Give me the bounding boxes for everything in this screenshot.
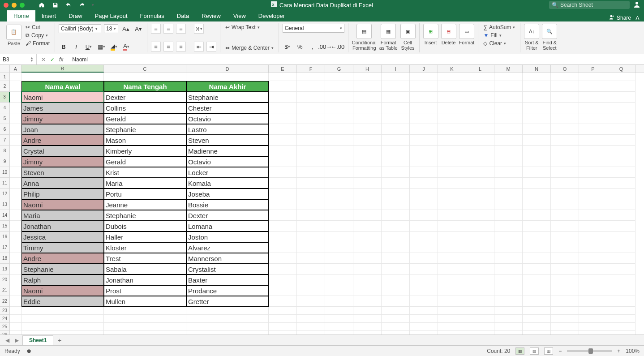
cell-B11[interactable]: Anna	[21, 178, 104, 189]
cell-E18[interactable]	[269, 253, 297, 264]
column-header-F[interactable]: F	[297, 65, 325, 73]
cell-K9[interactable]	[438, 156, 466, 167]
cell-A7[interactable]	[10, 135, 21, 146]
cell-G2[interactable]	[325, 81, 353, 92]
cell-B4[interactable]: James	[21, 103, 104, 113]
cell-I13[interactable]	[382, 199, 410, 210]
cell-N24[interactable]	[523, 315, 551, 323]
copy-button[interactable]: ⧉Copy▾	[24, 32, 51, 39]
cell-H23[interactable]	[353, 307, 382, 315]
cell-N16[interactable]	[523, 232, 551, 242]
cell-C12[interactable]: Portu	[104, 189, 186, 199]
cell-G18[interactable]	[325, 253, 353, 264]
cell-D4[interactable]: Chester	[186, 103, 269, 113]
cell-P9[interactable]	[579, 156, 607, 167]
column-header-M[interactable]: M	[494, 65, 523, 73]
row-header-10[interactable]: 10	[0, 167, 10, 178]
cell-P10[interactable]	[579, 167, 607, 178]
cell-A21[interactable]	[10, 285, 21, 296]
cell-J4[interactable]	[410, 103, 438, 113]
cell-D5[interactable]: Octavio	[186, 113, 269, 124]
row-header-22[interactable]: 22	[0, 296, 10, 307]
align-left-button[interactable]: ≡	[151, 42, 161, 51]
cell-Q13[interactable]	[607, 199, 635, 210]
cell-E21[interactable]	[269, 285, 297, 296]
cell-M11[interactable]	[494, 178, 523, 189]
cell-O25[interactable]	[551, 323, 579, 331]
cell-F17[interactable]	[297, 242, 325, 253]
cell-J3[interactable]	[410, 92, 438, 103]
cell-B15[interactable]: Jonathan	[21, 221, 104, 232]
cell-C18[interactable]: Trest	[104, 253, 186, 264]
cell-I10[interactable]	[382, 167, 410, 178]
cell-G13[interactable]	[325, 199, 353, 210]
cell-N2[interactable]	[523, 81, 551, 92]
zoom-out-button[interactable]: −	[558, 348, 562, 354]
cell-B5[interactable]: Jimmy	[21, 113, 104, 124]
increase-decimal-button[interactable]: .00→	[320, 42, 330, 51]
cell-N9[interactable]	[523, 156, 551, 167]
cell-E23[interactable]	[269, 307, 297, 315]
cell-B10[interactable]: Steven	[21, 167, 104, 178]
cell-A4[interactable]	[10, 103, 21, 113]
cell-M5[interactable]	[494, 113, 523, 124]
cell-E15[interactable]	[269, 221, 297, 232]
cell-D17[interactable]: Alvarez	[186, 242, 269, 253]
conditional-formatting-button[interactable]: ▤Conditional Formatting	[352, 24, 377, 51]
cell-C14[interactable]: Stephanie	[104, 210, 186, 221]
cell-G21[interactable]	[325, 285, 353, 296]
name-box[interactable]: B3 ▲▼	[0, 54, 37, 64]
cell-A16[interactable]	[10, 232, 21, 242]
cell-A24[interactable]	[10, 315, 21, 323]
cell-J21[interactable]	[410, 285, 438, 296]
cell-P2[interactable]	[579, 81, 607, 92]
cell-Q15[interactable]	[607, 221, 635, 232]
cell-O6[interactable]	[551, 124, 579, 135]
cell-B20[interactable]: Ralph	[21, 275, 104, 285]
cell-H7[interactable]	[353, 135, 382, 146]
cell-L13[interactable]	[466, 199, 494, 210]
increase-font-button[interactable]: A▴	[121, 24, 131, 34]
cell-Q23[interactable]	[607, 307, 635, 315]
row-header-23[interactable]: 23	[0, 307, 10, 315]
decrease-decimal-button[interactable]: ←.00	[333, 42, 343, 51]
share-button[interactable]: Share	[609, 14, 631, 21]
cell-K10[interactable]	[438, 167, 466, 178]
cell-M7[interactable]	[494, 135, 523, 146]
cell-B6[interactable]: Joan	[21, 124, 104, 135]
cell-F1[interactable]	[297, 73, 325, 81]
cell-J22[interactable]	[410, 296, 438, 307]
increase-indent-button[interactable]: ⇥	[206, 42, 216, 51]
cell-M25[interactable]	[494, 323, 523, 331]
cell-I2[interactable]	[382, 81, 410, 92]
cell-B25[interactable]	[21, 323, 104, 331]
cell-D11[interactable]: Komala	[186, 178, 269, 189]
cell-Q16[interactable]	[607, 232, 635, 242]
cell-M1[interactable]	[494, 73, 523, 81]
cell-I19[interactable]	[382, 264, 410, 275]
cell-M17[interactable]	[494, 242, 523, 253]
cell-F3[interactable]	[297, 92, 325, 103]
cell-F18[interactable]	[297, 253, 325, 264]
cell-K14[interactable]	[438, 210, 466, 221]
cell-P1[interactable]	[579, 73, 607, 81]
cell-K13[interactable]	[438, 199, 466, 210]
cell-O12[interactable]	[551, 189, 579, 199]
cell-D19[interactable]: Crystalist	[186, 264, 269, 275]
cell-K17[interactable]	[438, 242, 466, 253]
cell-L22[interactable]	[466, 296, 494, 307]
cell-E13[interactable]	[269, 199, 297, 210]
cell-M13[interactable]	[494, 199, 523, 210]
cell-A3[interactable]	[10, 92, 21, 103]
cell-P16[interactable]	[579, 232, 607, 242]
cell-G16[interactable]	[325, 232, 353, 242]
cell-I9[interactable]	[382, 156, 410, 167]
cell-M9[interactable]	[494, 156, 523, 167]
cell-K21[interactable]	[438, 285, 466, 296]
paste-button[interactable]: 📋 Paste	[6, 25, 21, 46]
cell-F19[interactable]	[297, 264, 325, 275]
row-header-19[interactable]: 19	[0, 264, 10, 275]
cell-J8[interactable]	[410, 146, 438, 156]
cell-M14[interactable]	[494, 210, 523, 221]
cell-M24[interactable]	[494, 315, 523, 323]
